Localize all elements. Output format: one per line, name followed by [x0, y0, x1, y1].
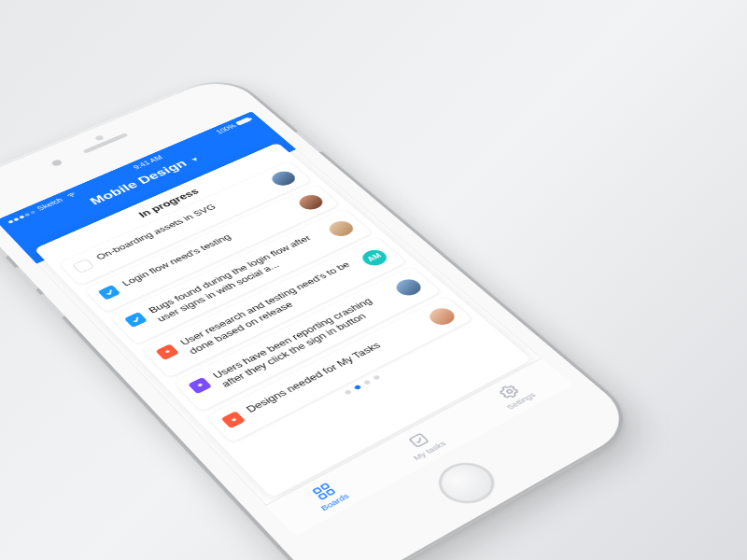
home-button[interactable] — [428, 455, 506, 511]
page-indicator — [236, 324, 481, 451]
assignee-avatar[interactable] — [425, 305, 459, 329]
phone-mockup: Sketch 9:41 AM 100% Mobile Design — [0, 74, 641, 560]
battery-pct: 100% — [215, 123, 238, 135]
svg-point-2 — [231, 418, 236, 422]
task-checkbox[interactable] — [98, 285, 121, 301]
task-title: Designs needed for My Tasks — [244, 319, 427, 416]
tab-boards[interactable]: Boards — [305, 479, 350, 512]
svg-rect-4 — [321, 483, 330, 490]
app-screen: Sketch 9:41 AM 100% Mobile Design — [0, 111, 573, 536]
battery-icon — [235, 117, 252, 125]
task-card[interactable]: Designs needed for My Tasks — [206, 297, 472, 443]
assignee-avatar[interactable] — [268, 169, 300, 189]
gear-icon — [496, 382, 524, 400]
svg-point-8 — [506, 389, 513, 394]
wifi-icon — [64, 190, 78, 199]
tab-settings[interactable]: Settings — [490, 379, 537, 412]
assignee-avatar[interactable] — [295, 192, 327, 212]
assignee-avatar[interactable] — [392, 276, 426, 299]
svg-point-0 — [164, 350, 170, 354]
task-checkbox[interactable] — [155, 343, 179, 360]
assignee-avatar[interactable] — [325, 218, 358, 239]
tab-bar: Boards My tasks Sett — [265, 357, 572, 536]
tab-label: Settings — [504, 391, 537, 412]
tasks-icon — [404, 430, 432, 451]
assignee-avatar[interactable]: AM — [358, 247, 390, 269]
task-checkbox[interactable] — [124, 312, 148, 328]
task-checkbox[interactable] — [188, 377, 212, 394]
svg-rect-7 — [409, 434, 428, 447]
tab-label: Boards — [318, 492, 350, 512]
tab-label: My tasks — [411, 440, 448, 462]
task-checkbox[interactable] — [221, 411, 247, 428]
svg-rect-5 — [318, 493, 327, 499]
svg-rect-3 — [314, 487, 322, 494]
task-checkbox[interactable] — [72, 259, 94, 273]
tab-mytasks[interactable]: My tasks — [398, 427, 448, 462]
chevron-down-icon: ▾ — [189, 156, 200, 163]
svg-rect-6 — [327, 489, 335, 496]
svg-point-1 — [197, 384, 203, 387]
task-title: Users have been reporting crashing after… — [210, 287, 402, 390]
boards-icon — [310, 481, 339, 502]
